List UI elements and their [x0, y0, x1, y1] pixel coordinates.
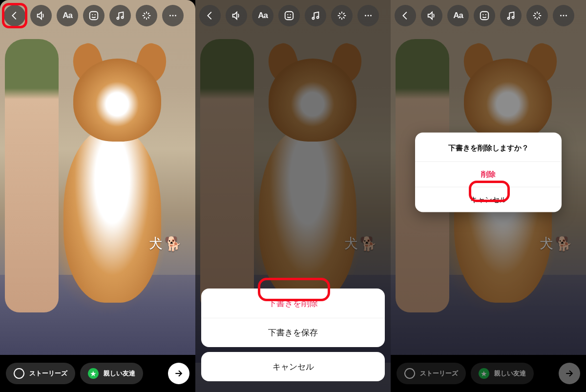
- star-icon: ★: [88, 368, 99, 379]
- delete-draft-label: 下書きを削除: [268, 298, 318, 309]
- speaker-icon: [231, 10, 242, 21]
- sticker-button[interactable]: [83, 5, 105, 26]
- dialog-delete-label: 削除: [481, 170, 496, 179]
- dialog-delete[interactable]: 削除: [415, 162, 562, 187]
- share-bar: ストーリーズ ★ 親しい友達: [0, 355, 195, 392]
- sticker-button: [474, 5, 495, 26]
- svg-point-15: [317, 17, 319, 19]
- svg-point-14: [312, 17, 314, 19]
- sticker-icon: [284, 10, 294, 21]
- sticker-icon: [479, 10, 490, 21]
- svg-point-24: [512, 17, 514, 19]
- svg-marker-10: [233, 12, 237, 20]
- action-sheet: 下書きを削除 下書きを保存 キャンセル: [201, 289, 385, 386]
- arrow-right-icon: [565, 369, 574, 378]
- music-button: [305, 5, 326, 26]
- share-close-friends: ★ 親しい友達: [471, 363, 534, 384]
- sparkle-icon: [141, 10, 152, 21]
- svg-point-8: [175, 15, 176, 17]
- ring-icon: [404, 368, 415, 379]
- send-button: [559, 363, 580, 384]
- svg-marker-0: [38, 12, 42, 20]
- star-icon: ★: [479, 368, 489, 379]
- stories-label: ストーリーズ: [420, 369, 458, 378]
- panel-editor: 犬 🐕 Aa: [0, 0, 195, 392]
- svg-marker-19: [428, 12, 432, 20]
- panel-confirm-dialog: 犬 🐕 Aa ストーリーズ ★ 親しい友達: [391, 0, 586, 392]
- more-icon: [363, 10, 374, 21]
- text-icon: Aa: [453, 11, 463, 21]
- share-bar: ストーリーズ ★ 親しい友達: [391, 355, 586, 392]
- text-button: Aa: [447, 5, 469, 26]
- editor-toolbar: Aa: [4, 5, 191, 26]
- svg-point-5: [122, 17, 124, 19]
- music-icon: [505, 10, 516, 21]
- svg-point-13: [290, 14, 291, 15]
- music-button: [500, 5, 522, 26]
- music-icon: [310, 10, 321, 21]
- sound-button: [421, 5, 442, 26]
- share-stories[interactable]: ストーリーズ: [6, 363, 75, 384]
- stories-label: ストーリーズ: [29, 369, 67, 378]
- text-icon: Aa: [63, 11, 72, 21]
- ring-icon: [14, 368, 24, 379]
- editor-toolbar: Aa: [199, 5, 387, 26]
- svg-point-3: [95, 14, 96, 15]
- text-sticker[interactable]: 犬 🐕: [149, 234, 182, 253]
- sheet-cancel[interactable]: キャンセル: [201, 352, 385, 381]
- effects-button[interactable]: [136, 5, 157, 26]
- sound-button: [226, 5, 247, 26]
- dialog-cancel-label: キャンセル: [470, 195, 507, 205]
- svg-point-12: [287, 14, 288, 15]
- chevron-left-icon: [9, 10, 20, 21]
- text-icon: Aa: [258, 11, 268, 21]
- more-button: [357, 5, 379, 26]
- chevron-left-icon: [400, 10, 411, 21]
- more-button[interactable]: [162, 5, 184, 26]
- svg-point-18: [370, 15, 372, 17]
- sheet-delete-draft[interactable]: 下書きを削除: [201, 289, 385, 318]
- back-button[interactable]: [4, 5, 25, 26]
- music-button[interactable]: [109, 5, 131, 26]
- story-photo: [0, 0, 195, 392]
- dog-emoji: 🐕: [165, 236, 182, 252]
- more-icon: [167, 10, 178, 21]
- svg-point-23: [507, 17, 509, 19]
- speaker-icon: [426, 10, 437, 21]
- svg-point-22: [485, 14, 486, 15]
- sheet-options: 下書きを削除 下書きを保存: [201, 289, 385, 347]
- svg-rect-11: [285, 12, 293, 20]
- svg-point-4: [117, 17, 119, 19]
- svg-point-2: [92, 14, 93, 15]
- svg-point-27: [565, 15, 567, 17]
- svg-point-26: [563, 15, 565, 17]
- cancel-label: キャンセル: [272, 361, 314, 372]
- svg-rect-1: [90, 12, 98, 20]
- svg-rect-20: [481, 12, 489, 20]
- close-friends-label: 親しい友達: [104, 369, 135, 378]
- chevron-left-icon: [205, 10, 215, 21]
- send-button[interactable]: [168, 363, 189, 384]
- sheet-save-draft[interactable]: 下書きを保存: [201, 318, 385, 347]
- confirm-dialog: 下書きを削除しますか？ 削除 キャンセル: [415, 133, 562, 212]
- share-stories: ストーリーズ: [397, 363, 466, 384]
- effects-button: [526, 5, 548, 26]
- music-icon: [115, 10, 126, 21]
- svg-point-16: [365, 15, 366, 17]
- dialog-title: 下書きを削除しますか？: [415, 133, 562, 162]
- editor-toolbar: Aa: [395, 5, 582, 26]
- more-button: [553, 5, 574, 26]
- svg-point-17: [368, 15, 369, 17]
- dialog-cancel[interactable]: キャンセル: [415, 187, 562, 212]
- back-button: [199, 5, 221, 26]
- svg-point-6: [169, 15, 171, 17]
- arrow-right-icon: [174, 369, 184, 378]
- text-button: Aa: [252, 5, 273, 26]
- svg-point-7: [172, 15, 174, 17]
- speaker-icon: [36, 10, 46, 21]
- sound-button[interactable]: [30, 5, 52, 26]
- sticker-icon: [88, 10, 99, 21]
- share-close-friends[interactable]: ★ 親しい友達: [80, 363, 143, 384]
- svg-point-21: [482, 14, 483, 15]
- text-button[interactable]: Aa: [57, 5, 78, 26]
